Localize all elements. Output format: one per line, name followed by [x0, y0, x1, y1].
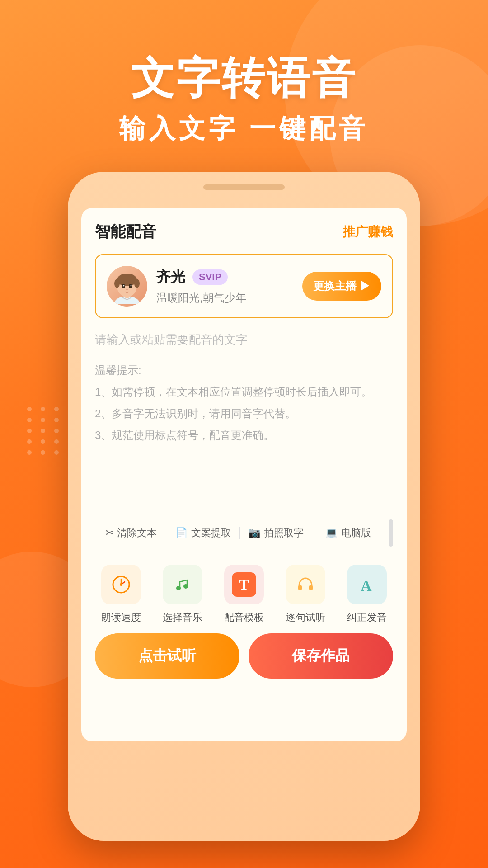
correct-label: 纠正发音	[347, 611, 387, 624]
pc-icon: 💻	[325, 527, 338, 539]
anchor-card: 齐光 SVIP 温暖阳光,朝气少年 更换主播 ▶	[95, 254, 393, 318]
app-title: 智能配音	[95, 222, 156, 242]
clear-text-label: 清除文本	[117, 526, 157, 540]
photo-ocr-label: 拍照取字	[264, 526, 304, 540]
svg-point-14	[183, 584, 188, 589]
anchor-desc: 温暖阳光,朝气少年	[156, 291, 293, 305]
svg-rect-15	[298, 585, 302, 590]
text-input-area[interactable]: 请输入或粘贴需要配音的文字 温馨提示: 1、如需停顿，在文本相应位置调整停顿时长…	[95, 329, 393, 501]
svg-point-3	[117, 274, 137, 286]
svg-text:A: A	[361, 577, 372, 594]
text-placeholder: 请输入或粘贴需要配音的文字	[95, 329, 393, 350]
change-anchor-button[interactable]: 更换主播 ▶	[302, 272, 381, 301]
svip-badge: SVIP	[192, 269, 228, 285]
text-toolbar: ✂ 清除文本 📄 文案提取 📷 拍照取字 💻 电脑版	[95, 510, 393, 551]
main-title: 文字转语音	[0, 54, 488, 102]
feature-listen[interactable]: 逐句试听	[286, 565, 325, 624]
pc-version-button[interactable]: 💻 电脑版	[312, 526, 384, 540]
anchor-avatar	[107, 266, 147, 307]
listen-button[interactable]: 点击试听	[95, 633, 239, 679]
hint-2: 2、多音字无法识别时，请用同音字代替。	[95, 403, 393, 425]
hint-1: 1、如需停顿，在文本相应位置调整停顿时长后插入即可。	[95, 381, 393, 403]
hint-3: 3、规范使用标点符号，配音更准确。	[95, 425, 393, 446]
template-icon-wrap: T	[224, 565, 264, 604]
svg-point-8	[123, 285, 125, 287]
scroll-indicator	[389, 519, 393, 547]
anchor-name-row: 齐光 SVIP	[156, 267, 293, 287]
extract-copy-button[interactable]: 📄 文案提取	[167, 526, 239, 540]
save-button[interactable]: 保存作品	[249, 633, 393, 679]
bottom-buttons: 点击试听 保存作品	[95, 633, 393, 688]
anchor-info: 齐光 SVIP 温暖阳光,朝气少年	[156, 267, 293, 305]
listen-icon-wrap	[286, 565, 325, 604]
text-hint: 温馨提示: 1、如需停顿，在文本相应位置调整停顿时长后插入即可。 2、多音字无法…	[95, 359, 393, 446]
svg-point-5	[134, 279, 140, 288]
svg-point-12	[120, 583, 122, 586]
clear-text-button[interactable]: ✂ 清除文本	[95, 526, 167, 540]
speed-label: 朗读速度	[101, 611, 141, 624]
header-section: 文字转语音 输入文字 一键配音	[0, 0, 488, 146]
feature-speed[interactable]: 朗读速度	[101, 565, 141, 624]
feature-correct[interactable]: A 纠正发音	[347, 565, 387, 624]
sub-title: 输入文字 一键配音	[0, 111, 488, 146]
svg-point-10	[126, 289, 128, 290]
template-label: 配音模板	[224, 611, 264, 624]
phone-notch	[203, 184, 285, 190]
svg-point-4	[114, 279, 120, 288]
phone-mockup: 智能配音 推广赚钱	[68, 172, 420, 841]
app-card: 智能配音 推广赚钱	[81, 208, 407, 741]
svg-point-13	[176, 586, 181, 590]
app-header: 智能配音 推广赚钱	[95, 222, 393, 242]
photo-ocr-button[interactable]: 📷 拍照取字	[240, 526, 312, 540]
speed-icon-wrap	[101, 565, 141, 604]
listen-label: 逐句试听	[286, 611, 325, 624]
svg-rect-16	[309, 585, 313, 590]
doc-icon: 📄	[175, 527, 188, 539]
scissors-icon: ✂	[105, 527, 113, 539]
promo-link[interactable]: 推广赚钱	[343, 223, 393, 241]
features-row: 朗读速度 选择音乐 T	[90, 551, 398, 633]
music-label: 选择音乐	[163, 611, 202, 624]
hint-title: 温馨提示:	[95, 359, 393, 381]
svg-point-9	[131, 285, 132, 287]
extract-copy-label: 文案提取	[191, 526, 231, 540]
camera-icon: 📷	[248, 527, 260, 539]
feature-template[interactable]: T 配音模板	[224, 565, 264, 624]
anchor-name: 齐光	[156, 267, 185, 287]
pc-version-label: 电脑版	[341, 526, 371, 540]
correct-icon-wrap: A	[347, 565, 387, 604]
music-icon-wrap	[163, 565, 202, 604]
feature-music[interactable]: 选择音乐	[163, 565, 202, 624]
